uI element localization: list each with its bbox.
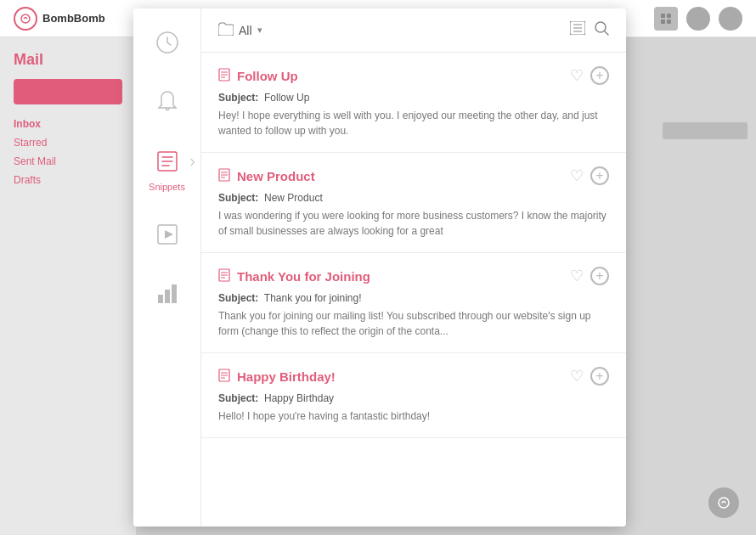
snippet-1-add-button[interactable]: + — [590, 66, 609, 85]
bottom-action-button[interactable] — [708, 487, 739, 518]
snippet-title-row-4: Happy Birthday! ♡ + — [218, 367, 609, 386]
list-view-icon[interactable] — [570, 21, 585, 39]
modal-icon-nav: Snippets — [133, 8, 201, 527]
logo-text: BombBomb — [42, 12, 105, 25]
nav-item-play[interactable] — [150, 217, 184, 251]
snippet-3-actions: ♡ + — [570, 267, 609, 285]
svg-point-5 — [719, 498, 729, 508]
snippet-title-row-2: New Product ♡ + — [218, 166, 609, 185]
snippet-title-left-3: Thank You for Joining — [218, 268, 370, 284]
snippet-4-add-button[interactable]: + — [590, 367, 609, 386]
snippet-item-follow-up: Follow Up ♡ + Subject: Follow Up Hey! I … — [201, 53, 626, 153]
nav-item-snippets[interactable]: Snippets — [149, 144, 185, 192]
snippet-item-happy-birthday: Happy Birthday! ♡ + Subject: Happy Birth… — [201, 353, 626, 438]
clock-icon — [150, 25, 184, 59]
svg-point-16 — [595, 22, 606, 32]
play-icon — [150, 217, 184, 251]
svg-rect-9 — [158, 295, 163, 303]
snippet-item-thank-you: Thank You for Joining ♡ + Subject: Thank… — [201, 253, 626, 353]
compose-button[interactable] — [14, 79, 122, 104]
snippet-2-body: I was wondering if you were looking for … — [218, 208, 609, 239]
grid-icon[interactable] — [654, 7, 678, 31]
chart-icon — [150, 277, 184, 311]
snippet-1-title: Follow Up — [237, 69, 298, 83]
nav-item-chart[interactable] — [150, 277, 184, 311]
modal-header-actions — [570, 20, 609, 40]
snippet-item-new-product: New Product ♡ + Subject: New Product I w… — [201, 153, 626, 253]
sidebar-nav: Inbox Starred Sent Mail Drafts — [14, 116, 122, 188]
snippet-doc-icon-4 — [218, 369, 230, 385]
sidebar-item-inbox[interactable]: Inbox — [14, 116, 122, 132]
folder-icon — [218, 22, 234, 39]
snippet-doc-icon-2 — [218, 168, 230, 184]
snippet-4-title: Happy Birthday! — [237, 369, 336, 384]
snippet-1-favorite-button[interactable]: ♡ — [570, 66, 584, 85]
snippet-3-title: Thank You for Joining — [237, 269, 370, 284]
snippet-2-title: New Product — [237, 169, 315, 183]
user-avatar[interactable] — [719, 7, 742, 31]
logo-icon — [14, 7, 37, 31]
snippet-title-left: Follow Up — [218, 68, 298, 84]
snippet-title-row: Follow Up ♡ + — [218, 66, 609, 85]
sidebar-item-drafts[interactable]: Drafts — [14, 172, 122, 188]
snippet-2-add-button[interactable]: + — [590, 166, 609, 185]
snippet-2-subject: Subject: New Product — [218, 192, 609, 204]
snippet-3-favorite-button[interactable]: ♡ — [570, 267, 584, 285]
snippets-nav-label: Snippets — [149, 182, 185, 192]
snippet-1-actions: ♡ + — [570, 66, 609, 85]
modal-header: All ▾ — [201, 8, 626, 53]
right-panel — [629, 37, 756, 535]
user-avatar-small[interactable] — [686, 7, 710, 31]
snippet-2-actions: ♡ + — [570, 166, 609, 185]
svg-line-17 — [605, 31, 608, 35]
top-bar-right — [654, 7, 742, 31]
svg-rect-4 — [667, 20, 671, 24]
sidebar-item-starred[interactable]: Starred — [14, 135, 122, 150]
sidebar: Mail Inbox Starred Sent Mail Drafts — [0, 37, 136, 535]
svg-rect-10 — [165, 290, 170, 303]
snippet-1-body: Hey! I hope everything is well with you.… — [218, 108, 609, 138]
snippet-title-row-3: Thank You for Joining ♡ + — [218, 267, 609, 285]
svg-rect-2 — [667, 14, 671, 18]
svg-point-0 — [21, 14, 30, 23]
snippet-4-body: Hello! I hope you're having a fantastic … — [218, 408, 609, 424]
filter-all-label: All — [239, 24, 252, 37]
snippet-3-body: Thank you for joining our mailing list! … — [218, 308, 609, 339]
right-bar-decoration — [663, 122, 748, 139]
sidebar-item-sent[interactable]: Sent Mail — [14, 154, 122, 169]
snippet-4-actions: ♡ + — [570, 367, 609, 386]
modal-main-content: All ▾ — [201, 8, 626, 527]
snippet-title-left-4: Happy Birthday! — [218, 369, 336, 385]
snippet-2-favorite-button[interactable]: ♡ — [570, 166, 584, 185]
svg-rect-11 — [172, 284, 177, 303]
snippet-4-subject: Subject: Happy Birthday — [218, 392, 609, 404]
nav-item-bell[interactable] — [150, 85, 184, 119]
snippet-3-add-button[interactable]: + — [590, 267, 609, 285]
snippet-doc-icon-1 — [218, 68, 230, 84]
snippet-doc-icon-3 — [218, 268, 230, 284]
bell-icon — [150, 85, 184, 119]
snippet-1-subject: Subject: Follow Up — [218, 92, 609, 104]
nav-item-clock[interactable] — [150, 25, 184, 59]
sidebar-title: Mail — [14, 51, 122, 69]
snippet-list: Follow Up ♡ + Subject: Follow Up Hey! I … — [201, 53, 626, 527]
modal-header-filter: All ▾ — [218, 22, 262, 39]
logo-area: BombBomb — [14, 7, 105, 31]
search-icon[interactable] — [594, 20, 609, 40]
svg-rect-1 — [661, 14, 665, 18]
svg-rect-3 — [661, 20, 665, 24]
snippet-3-subject: Subject: Thank you for joining! — [218, 292, 609, 304]
dropdown-arrow-icon[interactable]: ▾ — [257, 25, 262, 36]
snippets-modal: Snippets — [133, 8, 626, 527]
snippet-title-left-2: New Product — [218, 168, 315, 184]
snippets-icon — [150, 144, 184, 178]
snippet-4-favorite-button[interactable]: ♡ — [570, 367, 584, 386]
